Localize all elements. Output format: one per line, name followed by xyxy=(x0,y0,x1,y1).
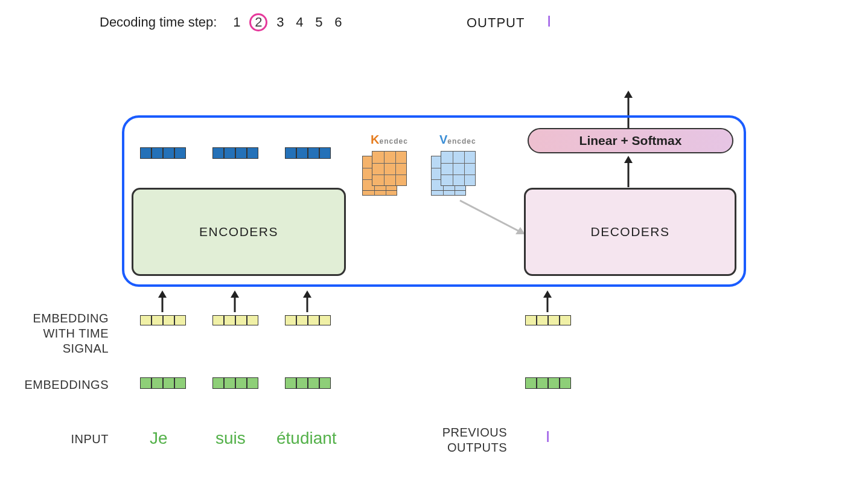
timestep-1: 1 xyxy=(230,14,243,30)
svg-marker-13 xyxy=(543,290,552,298)
timestep-label: Decoding time step: xyxy=(100,14,217,30)
embed-vec-dec-1 xyxy=(525,377,571,389)
embed-time-vec-2 xyxy=(212,315,258,325)
timestep-5: 5 xyxy=(312,14,325,30)
embed-vec-2 xyxy=(212,377,258,389)
embed-vec-3 xyxy=(285,377,331,389)
input-label: INPUT xyxy=(3,432,109,447)
decoders-block: DECODERS xyxy=(524,188,736,276)
k-label: Kencdec xyxy=(371,133,408,147)
arrow-kv-to-decoder xyxy=(458,198,530,240)
output-label: OUTPUT xyxy=(467,15,525,31)
embeddings-label: EMBEDDINGS xyxy=(3,377,109,392)
previous-outputs-label: PREVIOUS OUTPUTS xyxy=(398,425,507,455)
input-word-1: Je xyxy=(150,429,168,448)
arrow-decoder-to-softmax xyxy=(622,155,635,188)
input-word-2: suis xyxy=(215,429,246,448)
linear-softmax-box: Linear + Softmax xyxy=(528,128,733,153)
embed-time-vec-1 xyxy=(140,315,186,325)
embedding-time-label: EMBEDDING WITH TIME SIGNAL xyxy=(3,311,109,356)
timestep-6: 6 xyxy=(331,14,345,30)
arrow-embed-enc-3 xyxy=(301,289,314,313)
svg-marker-11 xyxy=(303,290,311,298)
timestep-3: 3 xyxy=(273,14,287,30)
svg-marker-5 xyxy=(624,156,633,163)
svg-marker-7 xyxy=(158,290,167,298)
encoder-output-vec-1 xyxy=(140,147,186,159)
embed-time-vec-3 xyxy=(285,315,331,325)
arrow-embed-enc-1 xyxy=(156,289,169,313)
encoders-block: ENCODERS xyxy=(132,188,346,276)
previous-output-token: I xyxy=(546,427,550,446)
embed-vec-1 xyxy=(140,377,186,389)
arrow-embed-enc-2 xyxy=(228,289,241,313)
encoder-output-vec-2 xyxy=(212,147,258,159)
timestep-4: 4 xyxy=(293,14,306,30)
svg-marker-1 xyxy=(624,91,633,98)
svg-marker-9 xyxy=(231,290,239,298)
encoder-output-vec-3 xyxy=(285,147,331,159)
decoding-timestep-row: Decoding time step: 1 2 3 4 5 6 xyxy=(100,13,345,31)
embed-time-vec-dec-1 xyxy=(525,315,571,325)
v-matrix-stack xyxy=(431,151,478,198)
input-word-3: étudiant xyxy=(276,429,337,448)
timestep-2-current: 2 xyxy=(249,13,267,31)
arrow-embed-dec-1 xyxy=(541,289,554,313)
k-matrix-stack xyxy=(362,151,409,198)
output-token: I xyxy=(547,12,551,31)
v-label: Vencdec xyxy=(439,133,476,147)
svg-line-2 xyxy=(460,200,520,232)
